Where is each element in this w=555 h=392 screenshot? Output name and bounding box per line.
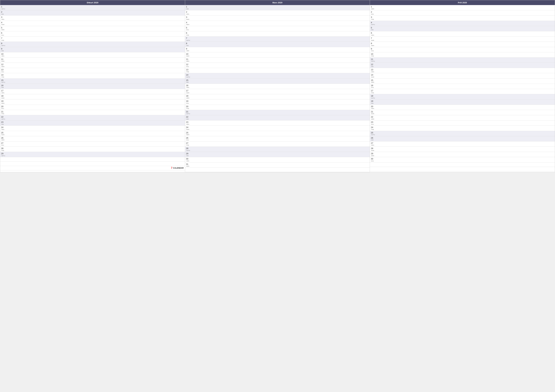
day-name-0-19: ENJ bbox=[1, 108, 4, 109]
day-name-2-25: DIE bbox=[371, 139, 374, 141]
day-name-2-0: MËR bbox=[371, 8, 374, 10]
day-name-0-4: MËR bbox=[1, 29, 4, 31]
day-number-1-16: 17 bbox=[186, 89, 189, 92]
day-row-1-13: 14SHTU bbox=[185, 73, 370, 78]
month-header-2: Prill 2020 bbox=[370, 0, 555, 5]
day-row-1-17: 18MËR bbox=[185, 94, 370, 100]
day-name-2-15: ENJ bbox=[371, 87, 374, 88]
day-name-1-21: DIE bbox=[186, 118, 189, 120]
day-name-0-14: SHTU bbox=[1, 82, 5, 83]
calendar-badge-row: 7CALENDAR bbox=[0, 166, 185, 170]
day-row-extra-prill bbox=[370, 167, 555, 171]
month-header-1: Mars 2020 bbox=[185, 0, 370, 5]
day-name-1-14: DIE bbox=[186, 82, 189, 83]
day-number-2-28: 29 bbox=[371, 152, 374, 155]
day-row-0-7: 8SHTU bbox=[0, 42, 185, 47]
day-name-0-20: PRE bbox=[1, 113, 4, 114]
day-row-1-2: 3MAR bbox=[185, 15, 370, 21]
day-number-0-6: 7 bbox=[1, 37, 4, 40]
day-name-0-18: MËR bbox=[1, 103, 4, 104]
day-row-0-11: 12MËR bbox=[0, 63, 185, 68]
day-number-0-3: 4 bbox=[1, 21, 4, 24]
day-row-0-4: 5MËR bbox=[0, 26, 185, 31]
day-number-1-1: 2 bbox=[186, 11, 189, 13]
day-name-0-21: SHTU bbox=[1, 118, 5, 120]
day-name-2-27: MAR bbox=[371, 150, 374, 151]
day-name-2-24: SHTU bbox=[371, 134, 375, 136]
day-number-0-11: 12 bbox=[1, 63, 4, 66]
day-row-2-27: 28MAR bbox=[370, 147, 555, 152]
day-row-0-27: 28PRE bbox=[0, 147, 185, 152]
day-number-2-29: 30 bbox=[371, 157, 374, 160]
day-name-0-28: SHTU bbox=[1, 155, 5, 157]
day-row-1-25: 26ENJ bbox=[185, 136, 370, 142]
day-row-empty-2-30 bbox=[370, 163, 555, 167]
day-name-2-14: MËR bbox=[371, 82, 374, 83]
day-name-1-0: DIE bbox=[186, 8, 189, 10]
day-name-0-5: ENJ bbox=[1, 35, 4, 36]
day-row-2-10: 11SHTU bbox=[370, 57, 555, 63]
month-column-1: Mars 20201DIE2HËN3MAR4MËR5ENJ6PRE7SHTU8D… bbox=[185, 0, 370, 172]
day-number-2-15: 16 bbox=[371, 84, 374, 87]
day-name-2-17: SHTU bbox=[371, 97, 375, 99]
day-number-1-5: 6 bbox=[186, 32, 189, 34]
day-row-0-5: 6ENJ bbox=[0, 31, 185, 36]
day-number-0-18: 19 bbox=[1, 100, 4, 102]
day-number-1-7: 8 bbox=[186, 42, 189, 45]
day-name-2-16: PRE bbox=[371, 92, 374, 94]
day-row-1-11: 12ENJ bbox=[185, 63, 370, 68]
day-row-0-10: 11MAR bbox=[0, 57, 185, 63]
day-row-1-1: 2HËN bbox=[185, 10, 370, 15]
day-number-2-23: 24 bbox=[371, 126, 374, 129]
day-number-0-4: 5 bbox=[1, 27, 4, 29]
day-number-0-27: 28 bbox=[1, 147, 4, 150]
day-row-2-25: 26DIE bbox=[370, 136, 555, 142]
day-number-1-4: 5 bbox=[186, 27, 189, 29]
calendar-badge-icon: 7 bbox=[171, 167, 172, 170]
day-number-2-17: 18 bbox=[371, 95, 375, 97]
day-name-1-6: SHTU bbox=[186, 40, 190, 41]
day-number-2-21: 22 bbox=[371, 116, 374, 118]
day-number-0-24: 25 bbox=[1, 131, 4, 134]
day-name-2-13: MAR bbox=[371, 76, 374, 78]
day-row-2-18: 19DIE bbox=[370, 100, 555, 105]
day-number-0-26: 27 bbox=[1, 142, 4, 144]
day-row-0-2: 3HËN bbox=[0, 15, 185, 21]
day-row-0-9: 10HËN bbox=[0, 52, 185, 57]
day-number-2-19: 20 bbox=[371, 105, 374, 108]
day-row-2-7: 8MËR bbox=[370, 42, 555, 47]
day-row-0-26: 27ENJ bbox=[0, 142, 185, 147]
day-row-2-22: 23ENJ bbox=[370, 121, 555, 126]
day-name-2-2: PRE bbox=[371, 19, 374, 20]
day-name-1-16: MAR bbox=[186, 92, 189, 94]
day-row-0-19: 20ENJ bbox=[0, 105, 185, 110]
day-number-1-26: 27 bbox=[186, 142, 189, 144]
day-number-0-8: 9 bbox=[1, 48, 4, 50]
day-row-extra-mars bbox=[185, 168, 370, 172]
day-number-2-14: 15 bbox=[371, 79, 374, 82]
day-number-1-10: 11 bbox=[186, 58, 189, 61]
day-number-0-19: 20 bbox=[1, 105, 4, 108]
day-row-0-0: 1SHTU bbox=[0, 5, 185, 10]
day-row-2-28: 29MËR bbox=[370, 152, 555, 157]
day-number-1-23: 24 bbox=[186, 126, 189, 129]
day-row-2-23: 24PRE bbox=[370, 126, 555, 131]
day-number-0-21: 22 bbox=[1, 116, 5, 118]
day-name-2-4: DIE bbox=[371, 29, 374, 31]
day-name-1-29: HËN bbox=[186, 160, 189, 162]
day-number-0-17: 18 bbox=[1, 95, 4, 97]
day-number-1-3: 4 bbox=[186, 21, 189, 24]
day-number-0-16: 17 bbox=[1, 89, 4, 92]
day-row-empty-0-29 bbox=[0, 157, 185, 162]
day-number-0-5: 6 bbox=[1, 32, 4, 34]
day-row-0-12: 13ENJ bbox=[0, 68, 185, 73]
day-name-1-20: SHTU bbox=[186, 113, 190, 114]
day-number-1-12: 13 bbox=[186, 68, 189, 71]
day-number-0-0: 1 bbox=[1, 6, 5, 8]
day-number-0-25: 26 bbox=[1, 137, 4, 139]
day-name-1-12: PRE bbox=[186, 71, 189, 73]
day-number-1-9: 10 bbox=[186, 53, 189, 55]
day-number-2-0: 1 bbox=[371, 6, 374, 8]
day-name-1-18: ENJ bbox=[186, 103, 189, 104]
day-row-0-6: 7PRE bbox=[0, 36, 185, 42]
